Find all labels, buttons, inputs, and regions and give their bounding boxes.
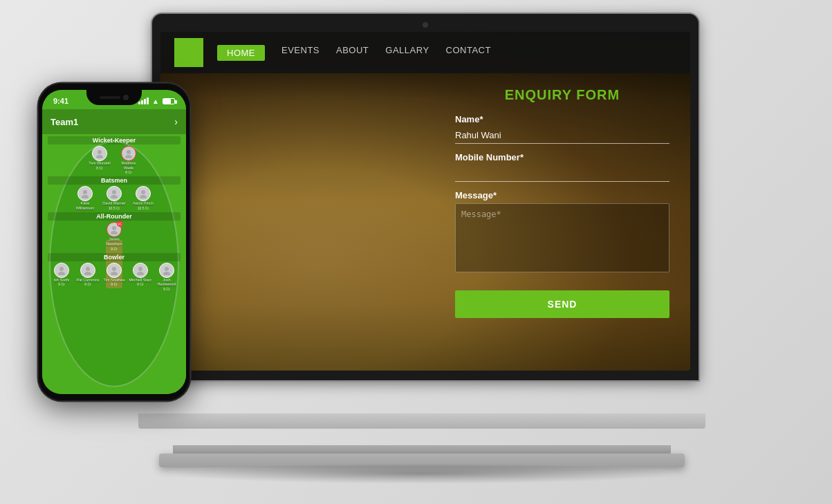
player-name-sodhi: Ish Sodhi	[54, 278, 70, 283]
phone-status-icons: ▲	[138, 97, 175, 105]
bowler-label: Bowler	[48, 253, 181, 261]
svg-point-10	[112, 226, 116, 230]
player-price-finch: 10.5 Cr	[138, 206, 149, 210]
name-field-group: Name*	[455, 114, 669, 144]
player-sodhi: Ish Sodhi 9 Cr	[49, 263, 74, 291]
svg-point-13	[58, 272, 65, 275]
player-hazlewood: Josh Hazlewood 9 Cr	[154, 263, 179, 291]
player-avatar-starc	[133, 263, 148, 278]
svg-point-21	[163, 272, 170, 275]
player-avatar-warner	[107, 186, 122, 201]
batsmen-players: Kane Williamson David Warner 10.5 Cr	[45, 186, 183, 210]
wicket-keeper-label: Wicket-Keeper	[48, 136, 181, 144]
signal-bar-3	[144, 99, 146, 104]
nav-home[interactable]: HOME	[217, 45, 265, 61]
player-price-sodhi: 9 Cr	[58, 282, 64, 286]
player-cummins: Pat Cummins 9 Cr	[75, 263, 100, 291]
player-name-hazlewood: Josh Hazlewood	[154, 278, 179, 287]
svg-point-20	[165, 267, 169, 271]
name-label: Name*	[455, 114, 669, 124]
laptop-camera	[423, 22, 428, 28]
player-avatar-cummins	[80, 263, 95, 278]
nav-events[interactable]: EVENTS	[281, 45, 320, 61]
player-tom-blundell: Tom Blundell 8 Cr	[87, 146, 112, 174]
player-price-neesham: 9 Cr	[111, 247, 117, 251]
svg-point-5	[82, 195, 89, 198]
signal-bar-4	[147, 97, 149, 104]
player-price-starc: 9 Cr	[137, 282, 143, 286]
phone-notch	[86, 90, 142, 105]
player-price-tom: 8 Cr	[96, 166, 102, 170]
svg-point-4	[83, 190, 87, 194]
phone-time: 9:41	[53, 97, 68, 105]
phone-chevron-icon: ›	[174, 116, 178, 127]
player-avatar-hazlewood	[159, 263, 174, 278]
svg-point-3	[125, 155, 132, 158]
phone: 9:41 ▲	[38, 83, 190, 401]
svg-point-16	[112, 267, 116, 271]
player-kane: Kane Williamson	[73, 186, 98, 210]
player-name-cummins: Pat Cummins	[76, 278, 99, 283]
signal-bar-2	[141, 100, 143, 104]
player-neesham: VC James Neesham 9 Cr	[102, 222, 127, 250]
svg-point-9	[140, 195, 147, 198]
svg-point-14	[86, 267, 90, 271]
bowler-players: Ish Sodhi 9 Cr Pat Cummins 9 Cr	[45, 263, 183, 291]
player-avatar-matthew	[121, 146, 136, 161]
nav-contact[interactable]: CONTACT	[446, 45, 491, 61]
name-input[interactable]	[455, 127, 669, 144]
mobile-input[interactable]	[455, 165, 669, 182]
player-name-warner: David Warner	[102, 201, 125, 206]
svg-point-15	[84, 272, 91, 275]
send-button[interactable]: SEND	[455, 290, 669, 318]
player-name-kane: Kane Williamson	[73, 201, 98, 210]
svg-point-7	[111, 195, 118, 198]
phone-screen: 9:41 ▲	[42, 90, 186, 394]
message-field-group: Message*	[455, 190, 669, 275]
batsmen-section: Batsmen Kane Williamson	[42, 176, 186, 210]
nav-gallery[interactable]: GALLARY	[385, 45, 429, 61]
laptop-base	[138, 413, 705, 429]
player-name-starc: Mitchell Starc	[129, 278, 151, 283]
nav-about[interactable]: ABOUT	[336, 45, 369, 61]
vc-badge: VC	[117, 221, 123, 227]
player-southee: Tim Southee 9 Cr	[102, 263, 127, 291]
wicket-keeper-players: Tom Blundell 8 Cr Matthew Wade 8 Cr	[45, 146, 183, 174]
all-rounder-players: VC James Neesham 9 Cr	[45, 222, 183, 250]
svg-point-8	[141, 190, 145, 194]
laptop-screen: HOME EVENTS ABOUT GALLARY CONTACT ENQUIR…	[160, 32, 690, 371]
player-avatar-tom	[92, 146, 107, 161]
mobile-label: Mobile Number*	[455, 152, 669, 162]
player-price-warner: 10.5 Cr	[109, 206, 120, 210]
player-name-tom: Tom Blundell	[89, 161, 111, 166]
svg-point-1	[96, 155, 103, 158]
svg-point-12	[59, 267, 64, 271]
enquiry-form-section: ENQUIRY FORM Name* Mobile Number* Messag…	[455, 87, 669, 318]
phone-front-camera	[123, 95, 129, 100]
player-price-hazlewood: 9 Cr	[163, 287, 169, 291]
player-avatar-neesham: VC	[107, 222, 122, 237]
wicket-keeper-section: Wicket-Keeper Tom Blundell 8 Cr	[42, 136, 186, 174]
phone-speaker	[100, 96, 120, 99]
player-price-cummins: 9 Cr	[84, 282, 91, 286]
player-avatar-finch	[136, 186, 151, 201]
all-rounder-label: All-Rounder	[48, 212, 181, 221]
mobile-field-group: Mobile Number*	[455, 152, 669, 182]
laptop-screen-outer: HOME EVENTS ABOUT GALLARY CONTACT ENQUIR…	[152, 14, 699, 380]
player-name-finch: Aaron Finch	[133, 201, 154, 206]
svg-point-18	[138, 267, 142, 271]
message-textarea[interactable]	[455, 203, 669, 272]
player-matthew-wade: Matthew Wade 8 Cr	[116, 146, 141, 174]
player-finch: Aaron Finch 10.5 Cr	[131, 186, 156, 210]
bowler-section: Bowler Ish Sodhi 9 Cr	[42, 253, 186, 291]
wifi-icon: ▲	[152, 97, 159, 105]
player-avatar-sodhi	[54, 263, 69, 278]
laptop: HOME EVENTS ABOUT GALLARY CONTACT ENQUIR…	[138, 14, 705, 484]
player-avatar-southee	[107, 263, 122, 278]
signal-bar-1	[138, 102, 140, 104]
player-price-matthew: 8 Cr	[125, 170, 131, 174]
player-starc: Mitchell Starc 9 Cr	[128, 263, 153, 291]
navbar: HOME EVENTS ABOUT GALLARY CONTACT	[160, 32, 690, 73]
phone-team-name: Team1	[50, 117, 78, 127]
nav-logo	[174, 38, 203, 67]
